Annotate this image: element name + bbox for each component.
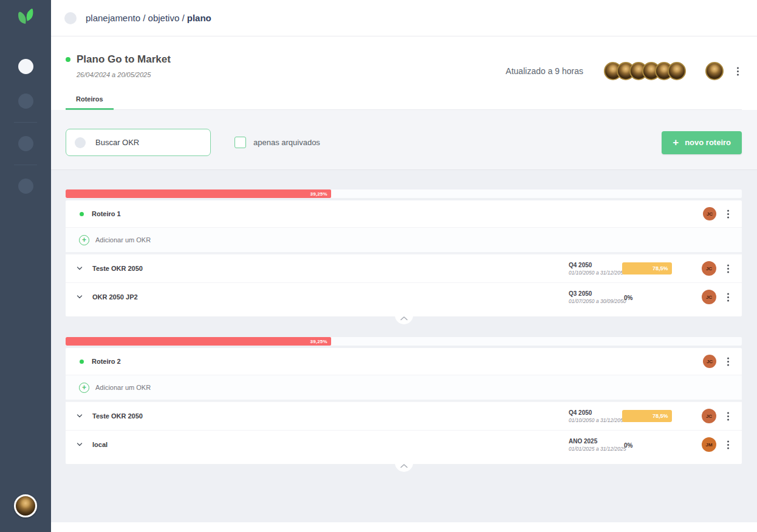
archived-checkbox[interactable] xyxy=(235,137,246,148)
main-panel: planejamento / objetivo / plano Plano Go… xyxy=(51,0,757,532)
topbar: planejamento / objetivo / plano xyxy=(51,0,757,36)
okr-row: Teste OKR 2050 Q4 2050 01/10/2050 a 31/1… xyxy=(66,254,742,282)
chevron-down-icon[interactable] xyxy=(75,264,84,273)
breadcrumb: planejamento / objetivo / plano xyxy=(86,13,211,23)
breadcrumb-path[interactable]: planejamento / objetivo / xyxy=(86,13,187,23)
roteiro-progress-track: 39,25% xyxy=(66,189,742,198)
roteiro-status-dot xyxy=(80,212,84,216)
page-title: Plano Go to Market xyxy=(77,53,171,66)
sidebar xyxy=(0,0,51,532)
tab-bar: Roteiros xyxy=(66,95,742,110)
okr-progress-bar: 78,5% xyxy=(622,262,672,275)
user-avatar[interactable] xyxy=(14,494,37,517)
add-okr-label: Adicionar um OKR xyxy=(95,236,151,244)
collapse-card-button[interactable] xyxy=(395,463,413,472)
okr-row: local ANO 2025 01/01/2025 a 31/12/2025 0… xyxy=(66,430,742,459)
roteiro-title[interactable]: Roteiro 2 xyxy=(92,358,121,365)
roteiro-card-1: 39,25% Roteiro 1 JC + Adicionar um xyxy=(66,189,742,316)
roteiro-progress-track: 39,25% xyxy=(66,337,742,346)
roteiro-progress-bar: 39,25% xyxy=(66,337,331,346)
add-okr-label: Adicionar um OKR xyxy=(95,384,151,391)
okr-owner-avatar[interactable]: JM xyxy=(702,437,716,452)
chevron-down-icon[interactable] xyxy=(75,293,84,301)
add-okr-row[interactable]: + Adicionar um OKR xyxy=(66,375,742,401)
okr-period: Q4 2050 xyxy=(569,262,622,268)
okr-name[interactable]: Teste OKR 2050 xyxy=(92,265,143,272)
search-icon xyxy=(75,137,86,148)
okr-progress-bar: 78,5% xyxy=(622,410,672,422)
breadcrumb-home-icon[interactable] xyxy=(64,12,77,24)
plan-status-dot xyxy=(66,57,70,62)
member-avatar[interactable] xyxy=(668,62,686,80)
okr-kebab-menu-icon[interactable] xyxy=(724,438,732,451)
new-roteiro-button[interactable]: + novo roteiro xyxy=(662,131,742,154)
roteiro-progress-bar: 39,25% xyxy=(66,189,331,198)
okr-kebab-menu-icon[interactable] xyxy=(724,290,732,304)
roteiro-card-body: Roteiro 2 JC + Adicionar um OKR xyxy=(66,348,742,464)
okr-dates: 01/01/2025 a 31/12/2025 xyxy=(569,446,622,452)
okr-name[interactable]: OKR 2050 JP2 xyxy=(92,293,138,301)
roteiro-card-body: Roteiro 1 JC + Adicionar um OKR xyxy=(66,200,742,316)
okr-owner-avatar[interactable]: JC xyxy=(702,261,716,276)
okr-owner-avatar[interactable]: JC xyxy=(702,290,716,304)
nav-item-1-icon[interactable] xyxy=(18,59,33,74)
roteiro-header-row: Roteiro 1 JC xyxy=(66,200,742,227)
sidebar-divider xyxy=(14,122,37,123)
roteiro-progress-label: 39,25% xyxy=(310,191,331,197)
add-okr-row[interactable]: + Adicionar um OKR xyxy=(66,227,742,254)
add-okr-plus-icon: + xyxy=(79,383,89,393)
okr-name[interactable]: Teste OKR 2050 xyxy=(92,412,143,420)
plan-header: Plano Go to Market 26/04/2024 a 20/05/20… xyxy=(51,36,757,110)
filter-bar: apenas arquivados + novo roteiro xyxy=(51,110,757,170)
okr-period: Q3 2050 xyxy=(569,290,622,297)
bottom-strip xyxy=(51,522,757,532)
new-roteiro-label: novo roteiro xyxy=(685,138,731,147)
roteiro-kebab-menu-icon[interactable] xyxy=(724,355,732,368)
okr-progress-label: 0% xyxy=(622,442,632,449)
chevron-down-icon[interactable] xyxy=(75,440,84,449)
okr-row: OKR 2050 JP2 Q3 2050 01/07/2050 a 30/09/… xyxy=(66,282,742,311)
app-logo-icon[interactable] xyxy=(12,5,39,32)
tab-roteiros[interactable]: Roteiros xyxy=(66,95,114,110)
search-input[interactable] xyxy=(94,137,203,148)
nav-item-3-icon[interactable] xyxy=(18,136,33,151)
okr-kebab-menu-icon[interactable] xyxy=(724,409,732,423)
collapse-card-button[interactable] xyxy=(395,315,413,324)
plan-date-range: 26/04/2024 a 20/05/2025 xyxy=(77,71,171,78)
roteiros-list: 39,25% Roteiro 1 JC + Adicionar um xyxy=(51,170,757,522)
roteiro-header-row: Roteiro 2 JC xyxy=(66,348,742,375)
okr-name[interactable]: local xyxy=(92,441,108,448)
roteiro-owner-avatar[interactable]: JC xyxy=(703,355,716,368)
updated-label: Atualizado a 9 horas xyxy=(505,66,583,76)
app-window: planejamento / objetivo / plano Plano Go… xyxy=(0,0,757,532)
roteiro-card-2: 39,25% Roteiro 2 JC + Adicionar um xyxy=(66,337,742,464)
okr-dates: 01/07/2050 a 30/09/2050 xyxy=(569,298,622,304)
sidebar-nav xyxy=(0,49,51,203)
roteiro-progress-label: 39,25% xyxy=(310,339,331,344)
okr-progress-label: 78,5% xyxy=(653,265,673,271)
breadcrumb-current: plano xyxy=(187,13,211,23)
roteiro-kebab-menu-icon[interactable] xyxy=(724,207,732,220)
okr-row: Teste OKR 2050 Q4 2050 01/10/2050 a 31/1… xyxy=(66,401,742,430)
nav-item-4-icon[interactable] xyxy=(18,179,33,194)
okr-progress-label: 78,5% xyxy=(653,413,673,419)
okr-owner-avatar[interactable]: JC xyxy=(702,409,716,423)
archived-checkbox-label[interactable]: apenas arquivados xyxy=(253,138,320,147)
add-okr-plus-icon: + xyxy=(79,235,89,245)
nav-item-2-icon[interactable] xyxy=(18,94,33,109)
roteiro-owner-avatar[interactable]: JC xyxy=(703,207,716,220)
search-box[interactable] xyxy=(66,129,211,156)
plus-icon: + xyxy=(673,137,679,148)
plan-owner-avatar[interactable] xyxy=(705,62,724,80)
okr-dates: 01/10/2050 a 31/12/2050 xyxy=(569,417,622,423)
okr-period: ANO 2025 xyxy=(569,438,622,445)
plan-kebab-menu-icon[interactable] xyxy=(733,64,742,78)
logo-leaf-left xyxy=(18,12,26,24)
okr-kebab-menu-icon[interactable] xyxy=(724,262,732,275)
okr-progress-track: 78,5% xyxy=(622,262,686,275)
roteiro-title[interactable]: Roteiro 1 xyxy=(92,210,121,217)
chevron-down-icon[interactable] xyxy=(75,412,84,420)
member-avatar-stack[interactable] xyxy=(604,62,686,80)
okr-period: Q4 2050 xyxy=(569,409,622,416)
okr-dates: 01/10/2050 a 31/12/2050 xyxy=(569,270,622,276)
